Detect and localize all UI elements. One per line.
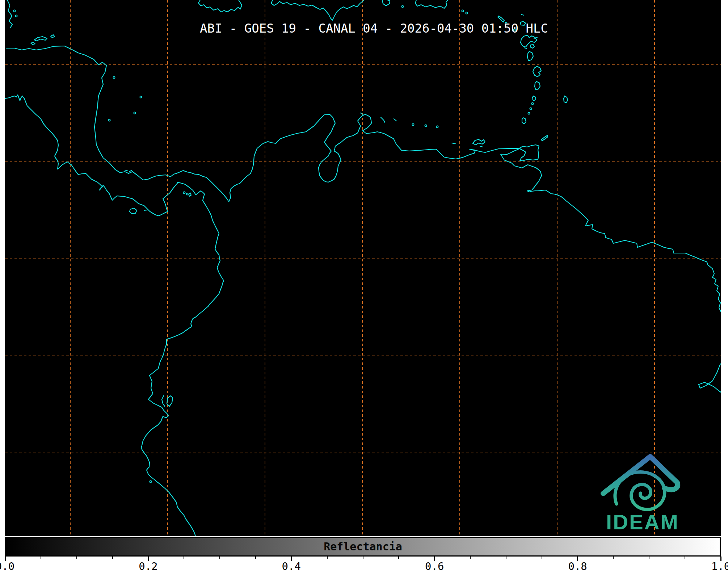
colorbar-label: Reflectancia — [6, 538, 720, 555]
colorbar-tick-label: 1.0 — [711, 560, 728, 571]
small-island — [140, 96, 142, 98]
satellite-viewer-screen: { "title": "ABI - GOES 19 - CANAL 04 - 2… — [0, 0, 728, 571]
colorbar-minor-tick — [363, 557, 363, 559]
coastlines-layer — [5, 0, 721, 536]
colorbar-tick-labels: 0.00.20.40.60.81.0 — [0, 560, 728, 571]
coastline-jamaica — [198, 0, 242, 12]
reflectance-colorbar: Reflectancia — [5, 537, 721, 557]
colorbar-tick-label: 0.2 — [139, 560, 157, 571]
coastline-utila — [31, 42, 35, 45]
small-island — [113, 76, 115, 78]
coastline-barbuda — [521, 14, 524, 15]
small-island — [436, 126, 438, 127]
colorbar-tick-label: 0.4 — [282, 560, 301, 571]
small-island — [150, 480, 151, 482]
coastline-bocas-del-toro-1 — [125, 170, 127, 171]
colorbar-tick-label: 0.0 — [0, 560, 14, 571]
coastline-pacific-mainland — [5, 95, 224, 536]
colorbar-minor-tick — [76, 557, 77, 559]
coastline-pearl-islands — [189, 193, 191, 196]
small-island — [401, 5, 403, 7]
coastline-marie-galante — [530, 45, 534, 48]
colorbar-minor-tick — [613, 557, 614, 559]
colorbar-minor-tick — [219, 557, 220, 559]
coastline-st-vincent — [532, 96, 536, 101]
small-island — [466, 12, 467, 14]
coastline-amazon-mouth — [699, 364, 721, 392]
colorbar-minor-tick — [255, 557, 256, 559]
coastline-caribbean-mainland — [7, 46, 721, 311]
ideam-spiral-icon — [615, 472, 665, 509]
coastline-puerto-rico-south — [415, 0, 448, 8]
coastline-grenada — [522, 118, 526, 124]
small-island — [108, 119, 110, 121]
coastline-curacao — [381, 117, 385, 122]
coastline-saona — [382, 0, 390, 6]
colorbar-minor-tick — [112, 557, 113, 559]
coastline-margarita — [473, 139, 485, 145]
coastline-bocas-del-toro-2 — [129, 171, 131, 172]
coastline-coche — [480, 146, 483, 147]
coastline-coiba — [130, 208, 137, 214]
coastline-bonaire — [394, 119, 396, 121]
small-island — [412, 123, 414, 125]
small-island — [531, 102, 533, 104]
colorbar-minor-tick — [184, 557, 184, 559]
coastline-les-saintes — [524, 48, 527, 49]
colorbar-minor-tick — [506, 557, 506, 559]
map-canvas: IDEAM — [5, 0, 721, 536]
ideam-logo-text: IDEAM — [606, 510, 679, 534]
colorbar-tick-label: 0.6 — [425, 560, 444, 571]
small-island — [183, 192, 185, 193]
colorbar-minor-tick — [327, 557, 328, 559]
coastline-guadeloupe — [521, 35, 537, 47]
coastline-cebaco — [144, 210, 147, 210]
satellite-map-image: IDEAM ABI - GOES 19 - CANAL 04 - 2026-04… — [5, 0, 721, 536]
ideam-logo: IDEAM — [603, 457, 679, 534]
ideam-mountain-icon — [603, 457, 678, 494]
small-island — [530, 108, 531, 109]
colorbar-minor-tick — [685, 557, 685, 559]
coastline-belize-edge — [7, 0, 12, 28]
small-island — [13, 10, 15, 12]
small-island — [134, 112, 135, 114]
coastline-martinique — [533, 66, 541, 77]
coastline-st-lucia — [535, 81, 540, 90]
colorbar-minor-tick — [398, 557, 399, 559]
image-title: ABI - GOES 19 - CANAL 04 - 2026-04-30 01… — [16, 21, 728, 35]
coastline-hispaniola-south — [271, 0, 364, 20]
colorbar-minor-tick — [470, 557, 471, 559]
small-island — [462, 10, 463, 12]
colorbar-minor-tick — [649, 557, 649, 559]
coastline-tobago — [542, 135, 548, 141]
coastline-roatan — [34, 37, 47, 41]
coastline-guayas-channel — [162, 396, 165, 406]
graticule-layer — [5, 0, 721, 536]
coastline-la-tortuga — [452, 143, 455, 144]
small-island — [186, 193, 188, 195]
coastline-barbados — [564, 96, 568, 103]
small-island — [425, 125, 426, 126]
colorbar-minor-tick — [41, 557, 41, 559]
small-island — [528, 112, 530, 114]
small-island — [15, 15, 17, 17]
coastline-dominica — [527, 51, 533, 61]
colorbar-minor-tick — [542, 557, 542, 559]
coastline-trinidad — [519, 145, 539, 161]
colorbar-tick-label: 0.8 — [568, 560, 587, 571]
